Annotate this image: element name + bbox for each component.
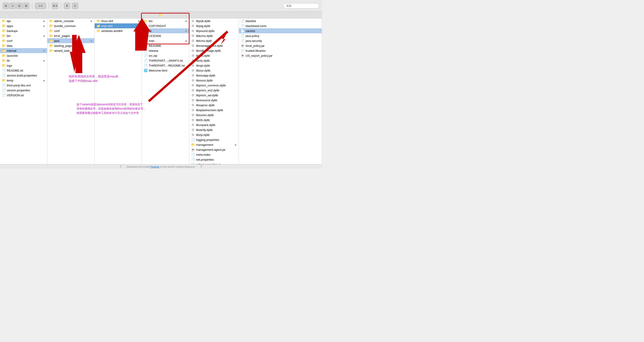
share-btn[interactable]: ⬆: [64, 3, 70, 9]
list-item[interactable]: ☕ US_export_policy.jar: [239, 53, 322, 58]
list-item[interactable]: 📁 java ▶: [47, 38, 94, 43]
list-item[interactable]: 📄 logging.properties: [189, 137, 239, 142]
col-2: 📁 admin_console ▶ 📁 bundle_common 📁 conf…: [47, 18, 95, 164]
list-item[interactable]: 📄 trusted.libraries: [239, 48, 322, 53]
list-item[interactable]: 📁 api ▶: [0, 18, 47, 23]
file-icon: 📄: [144, 34, 147, 38]
list-item[interactable]: 📁 windows-amd64 ▶: [95, 28, 142, 33]
list-item[interactable]: 📁 conf: [0, 38, 47, 43]
view-detail-btn[interactable]: ≡: [10, 3, 16, 9]
list-item[interactable]: 📁 bundle_common: [47, 23, 94, 28]
portecle-link[interactable]: Portecle: [150, 165, 159, 168]
file-icon: 📄: [2, 74, 6, 77]
list-item[interactable]: 📄 java.security: [239, 38, 322, 43]
list-item[interactable]: 📄 VERSION.txt: [0, 93, 47, 98]
list-item[interactable]: 📁 data: [0, 43, 47, 48]
list-item[interactable]: 📁 temp ▶: [0, 78, 47, 83]
view-gallery-btn[interactable]: ⊠: [23, 3, 29, 9]
list-item[interactable]: ⚙ libnio.dylib: [189, 58, 239, 63]
list-item[interactable]: 📁 backups: [0, 28, 47, 33]
dylib-icon: ⚙: [191, 19, 195, 23]
list-item[interactable]: 📁 lib ▶: [0, 58, 47, 63]
list-item[interactable]: ☕ local_policy.jar: [239, 43, 322, 48]
view-size-btn[interactable]: ≡ ▾: [35, 3, 46, 9]
folder-icon: 📁: [49, 24, 53, 28]
folder-icon: 📁: [2, 79, 6, 82]
list-item[interactable]: 📄 meta-index: [189, 152, 239, 157]
view-columns-btn[interactable]: ⊟: [16, 3, 22, 9]
list-item[interactable]: 📄 THIRDPART...-README.txt: [142, 63, 189, 68]
list-item[interactable]: ⚙ libosx.dylib: [189, 68, 239, 73]
list-item[interactable]: 📁 error_pages: [47, 33, 94, 38]
folder-icon: 📁: [2, 19, 6, 23]
dylib-icon: ⚙: [191, 24, 195, 28]
list-item[interactable]: 📄 src.zip: [142, 53, 189, 58]
list-item[interactable]: 📄 psfont.properties.ja: [189, 162, 239, 164]
list-item[interactable]: 📄 service.build.properties: [0, 73, 47, 78]
list-item[interactable]: 📄 blacklisted.certs: [239, 23, 322, 28]
list-item[interactable]: ⚙ libnpt.dylib: [189, 63, 239, 68]
list-item[interactable]: ⚙ libsunec.dylib: [189, 113, 239, 117]
list-item[interactable]: ⚙ libjsdt.dylib: [189, 18, 239, 23]
list-item[interactable]: ⚙ libunpack.dylib: [189, 122, 239, 127]
view-list-btn[interactable]: ⊞: [3, 3, 9, 9]
list-item[interactable]: 📁 bin ▶: [142, 18, 189, 23]
list-item[interactable]: 📁 logs: [0, 63, 47, 68]
list-item[interactable]: 📄 LICENSE: [142, 33, 189, 38]
list-item[interactable]: ⚙ libt2k.dylib: [189, 117, 239, 122]
arrow-icon: ▶: [235, 144, 237, 146]
list-item[interactable]: 📄 README.txt: [0, 68, 47, 73]
list-item[interactable]: 📁 internal ▶: [0, 48, 47, 53]
action-btn[interactable]: ⚙ ▾: [52, 3, 58, 9]
list-item[interactable]: ⚙ libmlib_image.dylib: [189, 48, 239, 53]
search-input[interactable]: [283, 3, 319, 8]
list-item[interactable]: ⚙ libprism_es2.dylib: [189, 88, 239, 93]
list-item[interactable]: 📁 apps ▶: [0, 23, 47, 28]
list-item[interactable]: 📁 starting_page: [47, 43, 94, 48]
finder-columns: 📁 api ▶ 📁 apps ▶ 📁 backups 📁 bin ▶ 📁 con…: [0, 18, 322, 164]
list-item[interactable]: 📁 wizard_web: [47, 48, 94, 53]
list-item[interactable]: 📄 java.policy: [239, 33, 322, 38]
list-item[interactable]: 🌐 Welcome.html: [142, 68, 189, 73]
tag-btn[interactable]: ⊙: [72, 3, 78, 9]
list-item[interactable]: 📁 mac-x64 ▶: [95, 23, 142, 28]
cacerts-item[interactable]: 📄 cacerts: [239, 28, 322, 33]
list-item[interactable]: 📁 lib ▶: [142, 28, 189, 33]
list-item[interactable]: ⚙ libosxui.dylib: [189, 78, 239, 83]
arrow-icon: ▶: [186, 20, 187, 22]
list-item[interactable]: 📄 THIRDPART...-JAVAFX.txt: [142, 58, 189, 63]
list-item[interactable]: 📄 release: [142, 48, 189, 53]
list-item[interactable]: 📄 README: [142, 43, 189, 48]
list-item[interactable]: 📄 blacklist: [239, 18, 322, 23]
list-item[interactable]: 📄 third-party-libs.xml: [0, 83, 47, 88]
list-item[interactable]: 📁 launcher: [0, 53, 47, 58]
list-item[interactable]: ⚙ libmanagement.dylib: [189, 43, 239, 48]
list-item[interactable]: 📄 version.properties: [0, 88, 47, 93]
list-item[interactable]: ⚙ libjsig.dylib: [189, 23, 239, 28]
list-item[interactable]: 📁 man ▶: [142, 38, 189, 43]
list-item[interactable]: 📁 admin_console ▶: [47, 18, 94, 23]
dylib-icon: ⚙: [191, 69, 195, 72]
list-item[interactable]: 📁 linux-x64 ▶: [95, 18, 142, 23]
list-item[interactable]: 📄 net.properties: [189, 157, 239, 162]
list-item[interactable]: ⚙ libverify.dylib: [189, 127, 239, 132]
list-item[interactable]: 📁 management ▶: [189, 142, 239, 147]
list-item[interactable]: 📄 COPYRIGHT: [142, 23, 189, 28]
list-item[interactable]: 📁 bin ▶: [0, 33, 47, 38]
file-icon: 📄: [144, 44, 147, 47]
list-item[interactable]: ⚙ liblcms.dylib: [189, 38, 239, 43]
list-item[interactable]: ⚙ libosxapp.dylib: [189, 73, 239, 78]
list-item[interactable]: ⚙ libkcms.dylib: [189, 33, 239, 38]
list-item[interactable]: ⚙ libsplashscreen.dylib: [189, 108, 239, 113]
list-item[interactable]: ⚙ libnet.dylib: [189, 53, 239, 58]
list-item[interactable]: ☕ management-agent.jar: [189, 147, 239, 152]
list-item[interactable]: ⚙ libzip.dylib: [189, 132, 239, 137]
dylib-icon: ⚙: [191, 79, 195, 82]
list-item[interactable]: ⚙ libprism_sw.dylib: [189, 93, 239, 98]
list-item[interactable]: ⚙ libresource.dylib: [189, 98, 239, 103]
list-item[interactable]: 📁 conf: [47, 28, 94, 33]
list-item[interactable]: ⚙ libprism_common.dylib: [189, 83, 239, 88]
list-item[interactable]: ⚙ libjsound.dylib: [189, 28, 239, 33]
list-item[interactable]: ⚙ libsaproc.dylib: [189, 103, 239, 108]
folder-icon: 📁: [49, 19, 53, 23]
